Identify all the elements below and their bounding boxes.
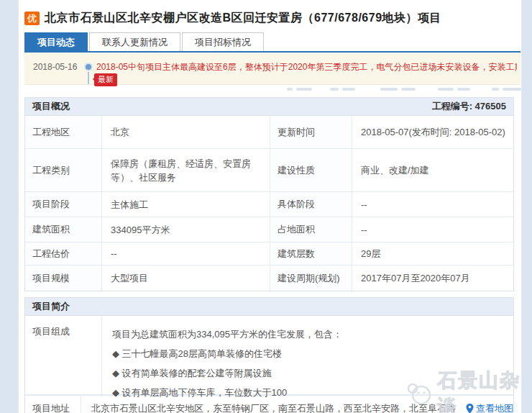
field-value: -- xyxy=(352,192,513,217)
project-code: 工程编号: 476505 xyxy=(432,100,506,113)
quality-badge: 优 xyxy=(24,12,40,25)
faded-toolbar-item xyxy=(330,88,355,91)
composition-value: 项目为总建筑面积为334,095平方米的住宅发展，包含： ◆ 三十七幢最高28层… xyxy=(102,316,513,394)
news-date: 2018-05-16 xyxy=(33,62,77,72)
field-label: 具体阶段 xyxy=(270,192,352,217)
faded-toolbar xyxy=(24,85,520,95)
intro-title: 项目简介 xyxy=(32,300,70,313)
field-label: 项目阶段 xyxy=(25,192,102,217)
field-label: 占地面积 xyxy=(270,217,352,242)
field-value: 商业、改建/加建 xyxy=(352,149,513,191)
content-card: 优 北京市石景山区北辛安棚户区改造B区回迁安置房（677/678/679地块）项… xyxy=(18,0,522,413)
tab-bar: 项目动态 联系人更新情况 项目招标情况 xyxy=(24,32,515,51)
table-row: 建筑面积 334095平方米 占地面积 -- xyxy=(25,217,513,242)
field-label: 建设性质 xyxy=(270,149,352,191)
timeline-bullet-icon xyxy=(86,64,91,70)
project-code-value: 476505 xyxy=(475,101,506,112)
tab-contact-updates[interactable]: 联系人更新情况 xyxy=(89,32,180,51)
field-value: 2017年07月至2020年07月 xyxy=(352,266,513,291)
field-label: 工程类别 xyxy=(25,149,102,191)
field-label: 项目规模 xyxy=(25,266,102,291)
field-value: 主体施工 xyxy=(102,192,270,217)
title-row: 优 北京市石景山区北辛安棚户区改造B区回迁安置房（677/678/679地块）项… xyxy=(24,0,515,28)
field-label: 建筑层数 xyxy=(270,242,352,265)
field-value: -- xyxy=(352,217,513,242)
field-label: 建设周期(规划) xyxy=(270,266,352,291)
field-value: 334095平方米 xyxy=(102,217,270,242)
field-label: 项目组成 xyxy=(25,316,102,394)
composition-item: ◆ 三十七幢最高28层高简单装修的住宅楼 xyxy=(112,344,506,363)
tab-bidding-info[interactable]: 项目招标情况 xyxy=(182,32,264,51)
intro-table-header: 项目简介 xyxy=(25,298,513,316)
overview-title: 项目概况 xyxy=(32,100,70,113)
news-box: 2018-05-16 2018-05中旬项目主体最高建设至6层，整体预计于202… xyxy=(24,53,520,85)
table-row: 工程类别 保障房（廉租房、经适房、安置房等）、社区服务 建设性质 商业、改建/加… xyxy=(25,149,513,192)
timeline-line xyxy=(88,72,89,84)
faded-toolbar-item xyxy=(287,88,312,91)
field-label: 更新时间 xyxy=(270,116,352,148)
field-value: -- xyxy=(102,242,270,265)
table-row: 工程估价 -- 建筑层数 29层 xyxy=(25,242,513,266)
news-text: 2018-05中旬项目主体最高建设至6层，整体预计于2020年第三季度完工，电气… xyxy=(96,61,517,73)
intro-table: 项目简介 项目组成 项目为总建筑面积为334,095平方米的住宅发展，包含： ◆… xyxy=(24,297,514,413)
address-value: 北京市石景山区北辛安地区，东至特钢厂区，南至石景山路，西至北辛安路，北至阜石路 … xyxy=(81,396,513,413)
faded-toolbar-item xyxy=(438,88,470,91)
tab-project-updates[interactable]: 项目动态 xyxy=(24,32,88,51)
address-text: 北京市石景山区北辛安地区，东至特钢厂区，南至石景山路，西至北辛安路，北至阜石路 xyxy=(91,402,456,413)
overview-table-header: 项目概况 工程编号: 476505 xyxy=(25,98,513,116)
field-label: 工程地区 xyxy=(25,116,102,148)
map-pin-icon xyxy=(466,404,474,413)
faded-toolbar-item xyxy=(492,88,521,91)
composition-intro: 项目为总建筑面积为334,095平方米的住宅发展，包含： xyxy=(112,324,506,344)
table-row: 项目地址 北京市石景山区北辛安地区，东至特钢厂区，南至石景山路，西至北辛安路，北… xyxy=(25,395,513,413)
page-title: 北京市石景山区北辛安棚户区改造B区回迁安置房（677/678/679地块）项目 xyxy=(45,11,441,26)
field-value: 2018-05-07(发布时间: 2018-05-02) xyxy=(352,116,513,148)
field-label: 工程估价 xyxy=(25,242,102,265)
field-label: 项目地址 xyxy=(25,396,81,413)
field-value: 保障房（廉租房、经适房、安置房等）、社区服务 xyxy=(102,149,270,191)
view-map-link[interactable]: 查看地图 xyxy=(466,402,513,413)
project-code-label: 工程编号: xyxy=(432,101,475,112)
composition-item: ◆ 设有简单装修的配套公建等附属设施 xyxy=(112,363,506,383)
field-value: 大型项目 xyxy=(102,266,270,291)
table-row: 项目规模 大型项目 建设周期(规划) 2017年07月至2020年07月 xyxy=(25,266,513,291)
faded-toolbar-item xyxy=(380,88,416,91)
field-value: 29层 xyxy=(352,242,513,265)
overview-table: 项目概况 工程编号: 476505 工程地区 北京 更新时间 2018-05-0… xyxy=(24,97,514,291)
field-label: 建筑面积 xyxy=(25,217,102,242)
table-row: 项目组成 项目为总建筑面积为334,095平方米的住宅发展，包含： ◆ 三十七幢… xyxy=(25,316,513,395)
view-map-label: 查看地图 xyxy=(476,402,513,413)
table-row: 工程地区 北京 更新时间 2018-05-07(发布时间: 2018-05-02… xyxy=(25,116,513,149)
table-row: 项目阶段 主体施工 具体阶段 -- xyxy=(25,192,513,217)
field-value: 北京 xyxy=(102,116,270,148)
